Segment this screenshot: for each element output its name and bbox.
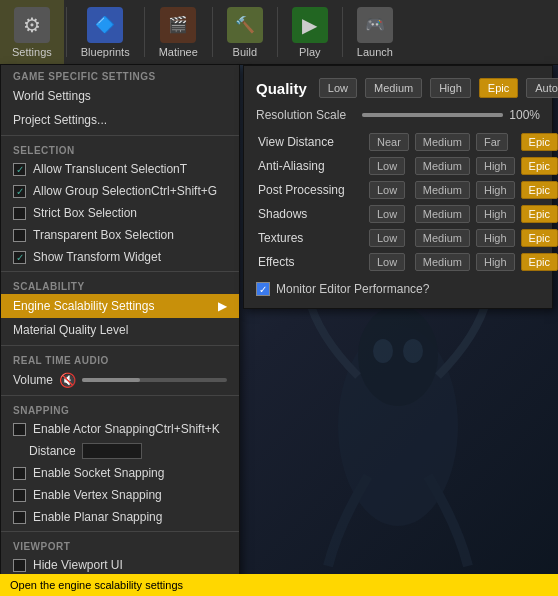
toolbar-divider-2 — [144, 7, 145, 57]
distance-input[interactable] — [82, 443, 142, 459]
quality-row-4-label: Textures — [256, 226, 366, 250]
allow-translucent-checkbox[interactable] — [13, 163, 26, 176]
resolution-track[interactable] — [362, 113, 503, 117]
planar-snapping-item[interactable]: Enable Planar Snapping — [1, 506, 239, 528]
quality-4-epic-btn[interactable]: Epic — [521, 229, 558, 247]
vertex-snapping-checkbox[interactable] — [13, 489, 26, 502]
strict-box-item[interactable]: Strict Box Selection — [1, 202, 239, 224]
quality-0-high-btn[interactable]: Far — [476, 133, 509, 151]
quality-btn-medium[interactable]: Medium — [365, 78, 422, 98]
planar-snapping-checkbox[interactable] — [13, 511, 26, 524]
quality-row: View DistanceNearMediumFarEpic — [256, 130, 558, 154]
game-specific-label: Game Specific Settings — [1, 65, 239, 84]
toolbar-launch[interactable]: 🎮 Launch — [345, 0, 405, 64]
show-transform-checkbox[interactable] — [13, 251, 26, 264]
resolution-pct: 100% — [509, 108, 540, 122]
divider-5 — [1, 531, 239, 532]
toolbar-settings[interactable]: ⚙ Settings — [0, 0, 64, 64]
divider-4 — [1, 395, 239, 396]
quality-row: Anti-AliasingLowMediumHighEpic — [256, 154, 558, 178]
quality-row-2-label: Post Processing — [256, 178, 366, 202]
quality-header: Quality Low Medium High Epic Auto — [256, 78, 540, 98]
allow-group-checkbox[interactable] — [13, 185, 26, 198]
quality-2-medium-btn[interactable]: Medium — [415, 181, 470, 199]
quality-title: Quality — [256, 80, 307, 97]
socket-snapping-checkbox[interactable] — [13, 467, 26, 480]
transparent-box-checkbox[interactable] — [13, 229, 26, 242]
quality-2-epic-btn[interactable]: Epic — [521, 181, 558, 199]
toolbar-build-label: Build — [233, 46, 257, 58]
material-quality-item[interactable]: Material Quality Level — [1, 318, 239, 342]
monitor-row: ✓ Monitor Editor Performance? — [256, 282, 540, 296]
vertex-snapping-item[interactable]: Enable Vertex Snapping — [1, 484, 239, 506]
quality-5-low-btn[interactable]: Low — [369, 253, 405, 271]
toolbar-blueprints-label: Blueprints — [81, 46, 130, 58]
toolbar-build[interactable]: 🔨 Build — [215, 0, 275, 64]
quality-5-high-btn[interactable]: High — [476, 253, 515, 271]
strict-box-checkbox[interactable] — [13, 207, 26, 220]
quality-row: Post ProcessingLowMediumHighEpic — [256, 178, 558, 202]
quality-1-epic-btn[interactable]: Epic — [521, 157, 558, 175]
snapping-label: Snapping — [1, 399, 239, 418]
engine-scalability-item[interactable]: Engine Scalability Settings ▶ — [1, 294, 239, 318]
hide-viewport-checkbox[interactable] — [13, 559, 26, 572]
quality-3-epic-btn[interactable]: Epic — [521, 205, 558, 223]
blueprints-icon: 🔷 — [87, 7, 123, 43]
quality-1-high-btn[interactable]: High — [476, 157, 515, 175]
distance-label: Distance — [29, 444, 76, 458]
quality-5-epic-btn[interactable]: Epic — [521, 253, 558, 271]
scalability-label: Scalability — [1, 275, 239, 294]
show-transform-item[interactable]: Show Transform Widget — [1, 246, 239, 268]
toolbar-play[interactable]: ▶ Play — [280, 0, 340, 64]
socket-snapping-item[interactable]: Enable Socket Snapping — [1, 462, 239, 484]
menu-world-settings[interactable]: World Settings — [1, 84, 239, 108]
toolbar-divider-4 — [277, 7, 278, 57]
divider-1 — [1, 135, 239, 136]
quality-0-epic-btn[interactable]: Epic — [521, 133, 558, 151]
quality-4-medium-btn[interactable]: Medium — [415, 229, 470, 247]
dropdown-menu: Game Specific Settings World Settings Pr… — [0, 65, 240, 596]
allow-translucent-item[interactable]: Allow Translucent Selection T — [1, 158, 239, 180]
monitor-checkbox[interactable]: ✓ — [256, 282, 270, 296]
toolbar-matinee[interactable]: 🎬 Matinee — [147, 0, 210, 64]
quality-2-high-btn[interactable]: High — [476, 181, 515, 199]
quality-4-low-btn[interactable]: Low — [369, 229, 405, 247]
quality-0-low-btn[interactable]: Near — [369, 133, 409, 151]
volume-slider[interactable] — [82, 378, 227, 382]
quality-2-low-btn[interactable]: Low — [369, 181, 405, 199]
quality-btn-epic[interactable]: Epic — [479, 78, 518, 98]
resolution-row: Resolution Scale 100% — [256, 108, 540, 122]
menu-project-settings[interactable]: Project Settings... — [1, 108, 239, 132]
actor-snapping-checkbox[interactable] — [13, 423, 26, 436]
divider-3 — [1, 345, 239, 346]
quality-5-medium-btn[interactable]: Medium — [415, 253, 470, 271]
quality-btn-auto[interactable]: Auto — [526, 78, 558, 98]
quality-0-medium-btn[interactable]: Medium — [415, 133, 470, 151]
transparent-box-item[interactable]: Transparent Box Selection — [1, 224, 239, 246]
toolbar-blueprints[interactable]: 🔷 Blueprints — [69, 0, 142, 64]
hide-viewport-item[interactable]: Hide Viewport UI — [1, 554, 239, 576]
svg-point-2 — [373, 339, 393, 363]
quality-btn-low[interactable]: Low — [319, 78, 357, 98]
toolbar-divider-3 — [212, 7, 213, 57]
quality-row-1-label: Anti-Aliasing — [256, 154, 366, 178]
build-icon: 🔨 — [227, 7, 263, 43]
launch-icon: 🎮 — [357, 7, 393, 43]
realtime-label: Real Time Audio — [1, 349, 239, 368]
quality-3-high-btn[interactable]: High — [476, 205, 515, 223]
selection-label: Selection — [1, 139, 239, 158]
actor-snapping-item[interactable]: Enable Actor Snapping Ctrl+Shift+K — [1, 418, 239, 440]
svg-point-3 — [403, 339, 423, 363]
quality-4-high-btn[interactable]: High — [476, 229, 515, 247]
quality-1-low-btn[interactable]: Low — [369, 157, 405, 175]
allow-group-item[interactable]: Allow Group Selection Ctrl+Shift+G — [1, 180, 239, 202]
quality-3-low-btn[interactable]: Low — [369, 205, 405, 223]
tooltip-text: Open the engine scalability settings — [10, 579, 183, 591]
resolution-fill — [362, 113, 503, 117]
quality-3-medium-btn[interactable]: Medium — [415, 205, 470, 223]
quality-1-medium-btn[interactable]: Medium — [415, 157, 470, 175]
volume-fill — [82, 378, 140, 382]
settings-icon: ⚙ — [14, 7, 50, 43]
toolbar-divider-1 — [66, 7, 67, 57]
quality-btn-high[interactable]: High — [430, 78, 471, 98]
